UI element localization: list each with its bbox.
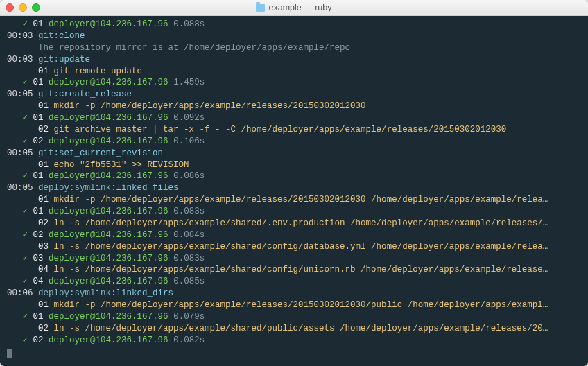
check-icon: ✓ — [23, 254, 28, 263]
terminal-line: 00:00 01 mkdir -p /home/deployer/apps/ex… — [7, 194, 581, 206]
cmd-number: 04 — [38, 265, 49, 274]
timestamp: 00:03 — [7, 31, 33, 41]
timestamp: 00:06 — [7, 288, 33, 298]
terminal-line: 00:00 01 mkdir -p /home/deployer/apps/ex… — [7, 101, 581, 112]
task-namespace: deploy:symlink — [38, 183, 111, 193]
task-name: linked_files — [116, 183, 179, 193]
host: deployer@104.236.167.96 — [49, 277, 168, 286]
timestamp: 00:05 — [7, 148, 33, 158]
terminal-line: 00:00 02 ln -s /home/deployer/apps/examp… — [7, 323, 581, 335]
terminal-line: 00:05 deploy:symlink:linked_files — [7, 182, 581, 194]
cmd-number: 03 — [38, 242, 49, 252]
check-icon: ✓ — [23, 277, 28, 286]
cmd-text: mkdir -p /home/deployer/apps/example/rel… — [54, 101, 366, 111]
task-name: create_release — [59, 89, 132, 99]
timestamp: 00:05 — [7, 183, 33, 193]
cmd-text: ln -s /home/deployer/apps/example/shared… — [54, 218, 548, 228]
host: deployer@104.236.167.96 — [49, 171, 168, 181]
result-number: 04 — [33, 277, 44, 286]
cmd-text: ln -s /home/deployer/apps/example/shared… — [54, 242, 548, 252]
close-button[interactable] — [6, 3, 14, 12]
terminal-line: 00:✓ 02 deployer@104.236.167.96 0.082s — [7, 335, 581, 347]
host: deployer@104.236.167.96 — [49, 137, 168, 146]
task-namespace: deploy:symlink — [38, 288, 111, 298]
cmd-number: 01 — [38, 300, 49, 310]
check-icon: ✓ — [23, 230, 28, 240]
task-separator: : — [54, 89, 60, 99]
result-number: 01 — [33, 207, 44, 216]
task-name: clone — [59, 31, 85, 41]
result-number: 01 — [33, 78, 44, 87]
task-name: linked_dirs — [116, 288, 174, 298]
terminal-line: 00:✓ 01 deployer@104.236.167.96 1.459s — [7, 77, 581, 89]
traffic-lights — [6, 3, 40, 12]
result-number: 03 — [33, 254, 44, 263]
terminal-line: 00:✓ 01 deployer@104.236.167.96 0.088s — [7, 19, 581, 31]
terminal-line: 00:✓ 01 deployer@104.236.167.96 0.092s — [7, 112, 581, 124]
check-icon: ✓ — [23, 19, 28, 29]
cursor — [7, 349, 12, 358]
host: deployer@104.236.167.96 — [49, 113, 168, 123]
terminal-output[interactable]: 00:✓ 01 deployer@104.236.167.96 0.088s00… — [0, 16, 588, 366]
duration: 0.085s — [173, 277, 205, 286]
check-icon: ✓ — [23, 171, 28, 181]
check-icon: ✓ — [23, 207, 28, 216]
titlebar[interactable]: example — ruby — [0, 0, 588, 16]
duration: 0.082s — [173, 336, 205, 345]
host: deployer@104.236.167.96 — [49, 19, 168, 29]
duration: 0.079s — [173, 312, 205, 322]
check-icon: ✓ — [23, 78, 28, 87]
host: deployer@104.236.167.96 — [49, 312, 168, 322]
terminal-line: 00:00 03 ln -s /home/deployer/apps/examp… — [7, 241, 581, 253]
terminal-line: 00:03 git:clone — [7, 31, 581, 42]
cursor-line — [7, 347, 581, 360]
cmd-text: ln -s /home/deployer/apps/example/shared… — [54, 265, 548, 274]
timestamp: 00:05 — [7, 89, 33, 99]
check-icon: ✓ — [23, 113, 28, 123]
check-icon: ✓ — [23, 137, 28, 146]
task-namespace: git — [38, 89, 54, 99]
cmd-number: 02 — [38, 218, 49, 228]
result-number: 02 — [33, 230, 44, 240]
task-separator: : — [111, 183, 116, 193]
duration: 1.459s — [173, 78, 205, 87]
terminal-line: 00:00 02 ln -s /home/deployer/apps/examp… — [7, 218, 581, 229]
terminal-line: 00:✓ 01 deployer@104.236.167.96 0.079s — [7, 311, 581, 323]
terminal-line: 00:00 01 mkdir -p /home/deployer/apps/ex… — [7, 299, 581, 311]
minimize-button[interactable] — [19, 3, 27, 12]
timestamp: 00:03 — [7, 55, 33, 64]
host: deployer@104.236.167.96 — [49, 336, 168, 345]
cmd-number: 02 — [38, 125, 49, 134]
terminal-line: 00:00 01 echo "2fb5531" >> REVISION — [7, 159, 581, 171]
duration: 0.084s — [173, 230, 205, 240]
host: deployer@104.236.167.96 — [49, 230, 168, 240]
result-number: 01 — [33, 19, 44, 29]
cmd-text: git remote update — [54, 67, 143, 76]
terminal-line: 00:00 02 git archive master | tar -x -f … — [7, 124, 581, 136]
duration: 0.086s — [173, 171, 205, 181]
terminal-line: 00:✓ 02 deployer@104.236.167.96 0.084s — [7, 229, 581, 241]
duration: 0.083s — [173, 207, 205, 216]
result-number: 01 — [33, 113, 44, 123]
task-namespace: git — [38, 31, 54, 41]
cmd-text: ln -s /home/deployer/apps/example/shared… — [54, 324, 548, 333]
result-number: 01 — [33, 312, 44, 322]
cmd-number: 01 — [38, 160, 49, 170]
duration: 0.106s — [173, 137, 205, 146]
task-namespace: git — [38, 55, 54, 64]
result-number: 02 — [33, 137, 44, 146]
terminal-line: 00:✓ 01 deployer@104.236.167.96 0.086s — [7, 171, 581, 182]
zoom-button[interactable] — [32, 3, 40, 12]
cmd-text: git archive master | tar -x -f - -C /hom… — [54, 125, 507, 134]
cmd-number: 01 — [38, 67, 49, 76]
duration: 0.088s — [173, 19, 205, 29]
cmd-text: mkdir -p /home/deployer/apps/example/rel… — [54, 300, 548, 310]
task-separator: : — [54, 55, 60, 64]
host: deployer@104.236.167.96 — [49, 254, 168, 263]
result-number: 01 — [33, 171, 44, 181]
check-icon: ✓ — [23, 336, 28, 345]
cmd-number: 01 — [38, 195, 49, 204]
terminal-line: 00:03 git:update — [7, 54, 581, 66]
cmd-text: echo "2fb5531" >> REVISION — [54, 160, 189, 170]
terminal-line: 00:05 git:create_release — [7, 89, 581, 101]
